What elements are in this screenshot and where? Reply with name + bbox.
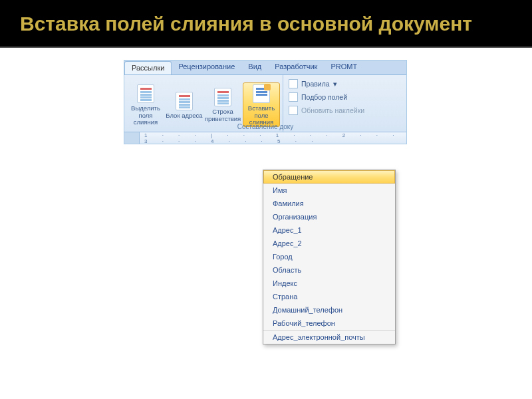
button-label: Строка приветствия <box>204 108 241 123</box>
tab-developer[interactable]: Разработчик <box>268 61 324 74</box>
address-block-button[interactable]: Блок адреса <box>166 90 203 120</box>
field-item-obrashchenie[interactable]: Обращение <box>263 170 395 184</box>
field-item-oblast[interactable]: Область <box>263 263 395 277</box>
match-icon <box>289 92 298 102</box>
field-item-indeks[interactable]: Индекс <box>263 277 395 290</box>
side-label: Обновить наклейки <box>301 106 364 114</box>
ruler: 1 · · · | · · · 1 · · · 2 · · · 3 · · · … <box>124 132 406 144</box>
slide-header: Вставка полей слияния в основной докумен… <box>0 0 532 48</box>
side-label: Подбор полей <box>301 93 347 101</box>
greeting-line-button[interactable]: Строка приветствия <box>204 86 241 123</box>
ribbon-tabs: Рассылки Рецензирование Вид Разработчик … <box>124 61 406 75</box>
rules-icon <box>289 79 298 88</box>
field-item-email[interactable]: Адрес_электронной_почты <box>263 330 395 344</box>
tab-promt[interactable]: PROMT <box>324 61 364 74</box>
word-ribbon-window: Рассылки Рецензирование Вид Разработчик … <box>124 60 407 144</box>
insert-merge-field-button[interactable]: Вставить поле слияния <box>243 82 280 128</box>
field-item-adres-2[interactable]: Адрес_2 <box>263 237 395 250</box>
tab-mailings[interactable]: Рассылки <box>124 61 172 74</box>
field-item-organizatsiya[interactable]: Организация <box>263 210 395 223</box>
merge-field-dropdown: Обращение Имя Фамилия Организация Адрес_… <box>263 170 396 344</box>
document-icon <box>137 84 154 103</box>
button-label: Блок адреса <box>166 112 202 120</box>
content-area: Рассылки Рецензирование Вид Разработчик … <box>0 48 532 144</box>
document-icon <box>214 88 231 106</box>
field-item-rab-telefon[interactable]: Рабочий_телефон <box>263 317 395 330</box>
group-write-insert: Выделить поля слияния Блок адреса Строка… <box>124 75 283 132</box>
update-icon <box>289 106 298 115</box>
ribbon: Выделить поля слияния Блок адреса Строка… <box>124 75 406 132</box>
slide-title: Вставка полей слияния в основной докумен… <box>20 12 512 36</box>
field-item-strana[interactable]: Страна <box>263 290 395 303</box>
match-fields-button[interactable]: Подбор полей <box>289 92 364 102</box>
chevron-down-icon: ▾ <box>333 80 337 88</box>
update-labels-button[interactable]: Обновить наклейки <box>289 106 364 115</box>
tab-view[interactable]: Вид <box>241 61 268 74</box>
tab-review[interactable]: Рецензирование <box>172 61 241 74</box>
field-item-gorod[interactable]: Город <box>263 250 395 263</box>
merge-field-icon <box>253 84 270 103</box>
field-item-dom-telefon[interactable]: Домашний_телефон <box>263 303 395 317</box>
field-item-familiya[interactable]: Фамилия <box>263 197 395 210</box>
document-icon <box>176 92 193 110</box>
field-item-adres-1[interactable]: Адрес_1 <box>263 223 395 237</box>
rules-button[interactable]: Правила ▾ <box>289 79 364 88</box>
side-label: Правила <box>301 80 330 88</box>
highlight-merge-fields-button[interactable]: Выделить поля слияния <box>127 83 164 127</box>
group-label: Составление доку <box>124 123 406 130</box>
field-item-imya[interactable]: Имя <box>263 184 395 197</box>
